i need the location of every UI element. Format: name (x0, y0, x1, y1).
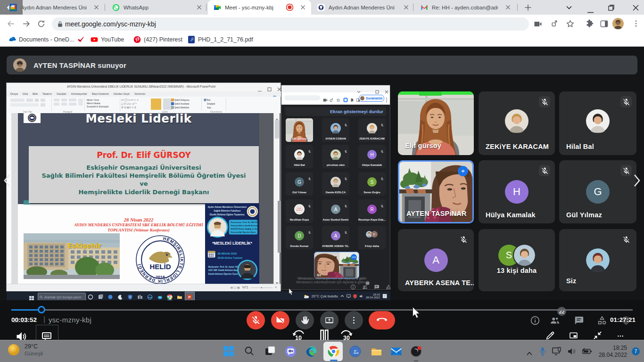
ppt-zoom-slider[interactable]: ─────●───── (251, 286, 272, 289)
ppt-scroll-thumb[interactable] (275, 120, 279, 139)
player-shrink-button[interactable] (592, 330, 603, 341)
tab-5[interactable]: Re: HH - ayden.coban@adu.e (415, 0, 516, 15)
ppt-ribbon-button[interactable]: Metni Hizala (87, 102, 100, 105)
ppt-view-buttons-icon[interactable]: ⊞ ▢ ▤ (231, 286, 240, 289)
ppt-restore-button[interactable] (267, 85, 272, 89)
mini-camera-icon[interactable] (323, 96, 328, 100)
start-button[interactable] (223, 346, 235, 357)
mini-share-icon[interactable] (330, 96, 334, 100)
ppt-ribbon-tab[interactable]: Animasyonlar (71, 91, 87, 97)
ppt-scroll-down-icon[interactable] (275, 278, 279, 281)
tab-3[interactable]: Meet - ysc-mzny-kbj (208, 0, 311, 15)
ppt-ribbon-tab[interactable]: Dosya (10, 91, 18, 97)
mini-info-icon[interactable] (350, 283, 356, 289)
ppt-ribbon-tab[interactable]: Slayt Gösterisi (92, 91, 109, 97)
inner-chrome-icon[interactable] (167, 293, 173, 299)
mini-window-chevron-icon[interactable] (357, 87, 361, 91)
mini-chat-icon[interactable] (374, 283, 380, 289)
task-view-button[interactable] (264, 346, 276, 357)
bookmark-star-icon[interactable] (566, 19, 575, 29)
camera-off-button[interactable] (271, 311, 289, 329)
window-minimize-button[interactable] (587, 7, 594, 8)
mini-menu-icon[interactable] (386, 96, 389, 100)
tray-clock[interactable]: 18:2528.04.2022 (599, 345, 627, 358)
search-button[interactable] (244, 346, 256, 357)
taskbar-weather-widget[interactable]: 29°CGüneşli (7, 343, 43, 357)
bookmark-item[interactable]: YouTube (91, 35, 124, 44)
tab-2[interactable]: WhatsApp (107, 0, 207, 15)
player-miniplayer-button[interactable] (568, 331, 579, 340)
tab-close-icon[interactable] (402, 4, 410, 11)
bookmark-item[interactable]: Documents - OneD... (8, 35, 74, 44)
ppt-ribbon-button[interactable]: Şekil Anahattı (174, 102, 190, 105)
inner-app-blue-icon[interactable] (107, 293, 113, 299)
translator-button[interactable]: Σa (349, 346, 361, 357)
window-restore-button[interactable] (608, 4, 614, 10)
player-progress-handle[interactable] (38, 306, 45, 313)
mini-extensions-icon[interactable] (350, 96, 355, 100)
inner-cortana-icon[interactable] (88, 293, 93, 299)
ppt-minimize-button[interactable] (257, 85, 262, 89)
mini-you-tile[interactable]: Siz (314, 252, 359, 279)
ppt-scrollbar[interactable] (273, 113, 280, 284)
participant-tile[interactable]: ZEKiYE KARACAM (479, 91, 555, 155)
window-close-button[interactable] (633, 4, 639, 10)
activities-button[interactable] (597, 315, 607, 326)
ppt-ribbon-button[interactable]: Metin Yönü (87, 99, 99, 101)
tray-battery-icon[interactable] (582, 347, 592, 355)
bookmark-item[interactable] (77, 35, 87, 44)
meeting-details-button[interactable] (530, 315, 540, 326)
participant-tile[interactable]: S13 kişi daha (479, 229, 555, 291)
tray-mic-icon[interactable] (539, 347, 546, 356)
tray-display-icon[interactable] (552, 347, 562, 356)
ppt-ribbon-button[interactable]: SmartArt'e Dönüştür (87, 105, 109, 108)
mini-star-icon[interactable] (336, 96, 341, 100)
mute-button[interactable] (247, 311, 265, 329)
present-button[interactable] (320, 311, 339, 329)
inner-shield-icon[interactable]: U (127, 293, 133, 299)
new-tab-button[interactable] (524, 4, 532, 11)
ppt-ribbon-button[interactable]: Bul (207, 99, 211, 101)
ppt-ribbon-button[interactable]: Şekil Efektleri (174, 106, 189, 109)
ppt-help-icon[interactable]: ? (273, 92, 276, 96)
tray-chevron-up-icon[interactable] (526, 349, 533, 354)
ppt-ribbon-tab[interactable]: Tasarım (42, 91, 52, 97)
more-options-button[interactable] (345, 311, 363, 329)
obs-button[interactable] (410, 346, 422, 357)
bookmark-item[interactable]: (427) Pinterest (133, 35, 182, 44)
inner-edge-icon[interactable] (157, 293, 163, 299)
mini-window-close-button[interactable] (385, 87, 388, 91)
inner-tray-display-icon[interactable] (347, 294, 351, 298)
notification-badge[interactable]: 7 (632, 347, 640, 355)
participant-tile[interactable]: AAYBERK ASENA TE... (398, 229, 474, 291)
forward-button[interactable] (22, 19, 31, 28)
participant-tile[interactable]: Elif gürsoy (398, 91, 474, 155)
mail-button[interactable] (390, 346, 402, 357)
extensions-icon[interactable] (585, 19, 594, 29)
bookmark-item[interactable]: JPHD_1_2_71_76.pdf (188, 35, 253, 44)
ppt-ribbon-button[interactable]: Seç (207, 106, 211, 109)
inner-tray-speaker-icon[interactable] (359, 294, 363, 298)
mini-activities-icon[interactable] (386, 283, 391, 289)
ppt-zoom-in-icon[interactable]: + (275, 286, 277, 289)
ppt-ribbon-tab[interactable]: Giriş (23, 91, 28, 97)
share-icon[interactable] (551, 19, 560, 29)
tray-speaker-icon[interactable] (568, 347, 577, 355)
ppt-close-button[interactable] (277, 85, 281, 89)
inner-powerpoint-icon[interactable]: P (187, 293, 192, 299)
camera-in-use-icon[interactable] (533, 19, 543, 29)
participant-tile[interactable]: HHülya Kamalak (479, 160, 555, 223)
hang-up-button[interactable] (369, 311, 395, 329)
ppt-status-zoom[interactable]: ⊞ ▢ ▤%71─────●─────+ (231, 286, 277, 289)
player-edit-button[interactable] (545, 330, 555, 341)
player-more-button[interactable] (615, 332, 626, 340)
reload-button[interactable] (37, 19, 46, 28)
ppt-ribbon-tab[interactable]: Geçişler (57, 91, 66, 97)
inner-notes-icon[interactable] (382, 294, 388, 299)
inner-columns-icon[interactable] (137, 293, 143, 299)
mini-you-more-icon[interactable] (351, 254, 357, 260)
stop-presenting-button[interactable]: Ekran göstermeyi durdur (330, 109, 383, 114)
raise-hand-button[interactable] (296, 311, 314, 329)
tab-close-icon[interactable] (195, 4, 203, 11)
edge-button[interactable] (305, 346, 317, 357)
